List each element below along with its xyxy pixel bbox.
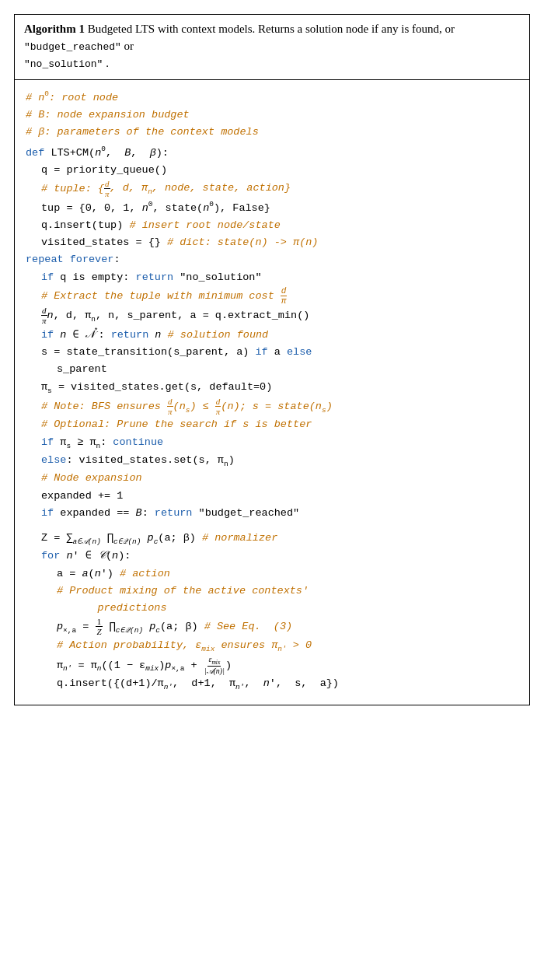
comment-node-expansion: # Node expansion	[26, 470, 518, 487]
if-q-empty-line: if q is empty: return "no_solution"	[26, 269, 518, 286]
q-insert-line: q.insert(tup) # insert root node/state	[26, 217, 518, 234]
if-expanded-eq-B-line: if expanded == B: return "budget_reached…	[26, 505, 518, 522]
period: .	[106, 57, 109, 69]
for-n-prime-line: for n' ∈ 𝒞(n):	[26, 548, 518, 565]
spacer1	[26, 522, 518, 530]
budget-reached-string: "budget_reached"	[24, 41, 121, 53]
algorithm-box: Algorithm 1 Budgeted LTS with context mo…	[14, 14, 530, 705]
def-line: def LTS+CM(n0, B, β):	[26, 143, 518, 162]
p-xa-line: p×,a = 1Z ∏c∈𝒬(n) pc(a; β) # See Eq. (3)	[26, 617, 518, 636]
expanded-increment-line: expanded += 1	[26, 488, 518, 505]
algorithm-title-text: Budgeted LTS with context models. Return…	[88, 23, 461, 35]
algorithm-header: Algorithm 1 Budgeted LTS with context mo…	[15, 15, 529, 80]
comment-tuple: # tuple: {dπ, d, πn, node, state, action…	[26, 179, 518, 198]
comment-n0: # n0: root node	[26, 88, 518, 107]
extract-min-line: dπn, d, πn, n, s_parent, a = q.extract_m…	[26, 306, 518, 325]
comment-extract: # Extract the tuple with minimum cost dπ	[26, 286, 518, 306]
else-visited-states-line: else: visited_states.set(s, πn)	[26, 452, 518, 470]
priority-queue-line: q = priority_queue()	[26, 162, 518, 179]
q-insert-final-line: q.insert({(d+1)/πn', d+1, πn', n', s, a}…	[26, 675, 518, 693]
algorithm-body: # n0: root node # B: node expansion budg…	[15, 80, 529, 704]
comment-predictions: predictions	[26, 600, 518, 617]
visited-states-line: visited_states = {} # dict: state(n) -> …	[26, 234, 518, 251]
repeat-forever-line: repeat forever:	[26, 251, 518, 268]
tup-line: tup = {0, 0, 1, n0, state(n0), False}	[26, 198, 518, 217]
algorithm-title-bold: Algorithm 1	[24, 23, 85, 35]
s-parent-line: s_parent	[26, 361, 518, 378]
if-pi-s-ge-pi-n-line: if πs ≥ πn: continue	[26, 434, 518, 452]
comment-B: # B: node expansion budget	[26, 107, 518, 124]
pi-s-line: πs = visited_states.get(s, default=0)	[26, 379, 518, 397]
or-text: or	[124, 40, 134, 52]
a-action-line: a = a(n') # action	[26, 565, 518, 583]
if-n-in-N-line: if n ∈ 𝒩*: return n # solution found	[26, 325, 518, 344]
pi-n-prime-line: πn' = πn((1 − εmix)p×,a + εmix|𝒜(n)|)	[26, 655, 518, 675]
comment-beta: # β: parameters of the context models	[26, 124, 518, 141]
comment-bfs: # Note: BFS ensures dπ(ns) ≤ dπ(n); s = …	[26, 397, 518, 416]
comment-optional-prune: # Optional: Prune the search if s is bet…	[26, 416, 518, 433]
comment-product-mixing: # Product mixing of the active contexts'	[26, 583, 518, 600]
comment-action-prob: # Action probability, εmix ensures πn' >…	[26, 637, 518, 655]
state-transition-line: s = state_transition(s_parent, a) if a e…	[26, 344, 518, 361]
no-solution-string: "no_solution"	[24, 58, 103, 70]
Z-normalizer-line: Z = ∑a∈𝒜(n) ∏c∈𝒬(n) pc(a; β) # normalize…	[26, 530, 518, 548]
